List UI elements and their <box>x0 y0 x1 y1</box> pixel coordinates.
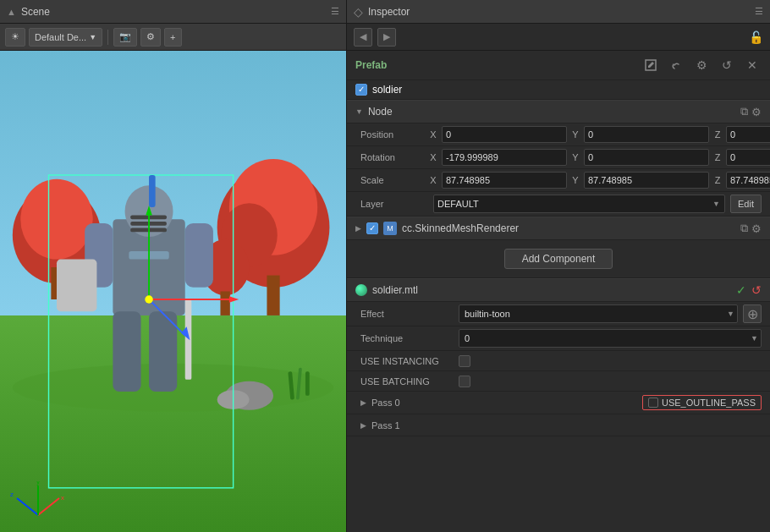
node-name-input[interactable] <box>372 84 762 96</box>
node-gear-icon[interactable]: ⚙ <box>751 106 762 118</box>
skinned-copy-icon[interactable]: ⧉ <box>740 222 748 235</box>
skinned-section-icons: ⧉ ⚙ <box>740 222 762 235</box>
camera-btn[interactable]: 📷 <box>113 28 137 47</box>
effect-select[interactable]: builtin-toon <box>459 304 738 323</box>
main-layout: ▲ Scene ☰ ☀ Default De... ▼ 📷 ⚙ + <box>0 0 770 532</box>
node-triangle-icon: ▼ <box>355 107 363 116</box>
nav-back-btn[interactable]: ◀ <box>354 28 372 47</box>
toolbar-separator <box>107 30 108 45</box>
lock-btn[interactable]: 🔓 <box>749 30 763 44</box>
back-arrow-icon: ◀ <box>360 31 366 42</box>
technique-row: Technique 0 ▼ <box>347 326 770 351</box>
position-fields: X Y Z <box>428 126 770 143</box>
material-refresh-icon[interactable]: ↺ <box>751 283 762 297</box>
skinned-triangle-icon: ▶ <box>355 224 361 233</box>
use-instancing-label: USE INSTANCING <box>360 356 454 366</box>
forward-arrow-icon: ▶ <box>383 31 390 42</box>
scene-trees <box>0 51 346 532</box>
position-y-input[interactable] <box>584 126 709 143</box>
prefab-link-icon[interactable] <box>667 56 685 74</box>
camera-icon: 📷 <box>119 31 131 42</box>
pass0-triangle-icon[interactable]: ▶ <box>360 398 366 407</box>
pass1-label: Pass 1 <box>371 420 762 431</box>
pass0-label: Pass 0 <box>371 398 637 408</box>
inspector-nav: ◀ ▶ 🔓 <box>347 24 770 51</box>
sun-icon: ☀ <box>11 31 19 42</box>
use-batching-label: USE BATCHING <box>360 376 454 387</box>
svg-rect-8 <box>220 292 229 315</box>
lighting-btn[interactable]: ☀ <box>5 28 25 47</box>
dropdown-arrow-icon: ▼ <box>89 33 96 41</box>
use-instancing-row: USE INSTANCING <box>347 351 770 371</box>
gear-icon: ⚙ <box>146 31 155 42</box>
sy-axis-label: Y <box>570 175 580 185</box>
y-axis-label: Y <box>570 129 580 140</box>
svg-text:x: x <box>61 494 64 502</box>
x-axis-label: X <box>428 129 438 140</box>
effect-label: Effect <box>360 309 454 319</box>
scene-toolbar: ☀ Default De... ▼ 📷 ⚙ + <box>0 24 346 51</box>
scale-x-input[interactable] <box>442 172 567 189</box>
svg-rect-23 <box>57 260 96 312</box>
skinned-gear-icon[interactable]: ⚙ <box>751 222 762 235</box>
use-batching-row: USE BATCHING <box>347 371 770 392</box>
add-scene-btn[interactable]: + <box>164 28 181 47</box>
z-axis-label: Z <box>712 129 723 140</box>
svg-line-37 <box>17 498 38 515</box>
svg-marker-32 <box>229 296 239 303</box>
use-outline-label: USE_OUTLINE_PASS <box>662 398 756 408</box>
inspector-header: ◇ Inspector ☰ <box>347 0 770 24</box>
material-check-icon: ✓ <box>736 283 746 297</box>
scene-panel-title: Scene <box>21 6 326 18</box>
layer-field-wrap: DEFAULT ▼ Edit <box>433 195 762 213</box>
node-copy-icon[interactable]: ⧉ <box>740 105 748 118</box>
technique-select[interactable]: 0 <box>459 329 762 348</box>
prefab-refresh-icon[interactable]: ↺ <box>718 56 736 74</box>
layer-edit-btn[interactable]: Edit <box>730 195 762 213</box>
use-batching-checkbox[interactable] <box>459 376 470 387</box>
effect-row: Effect builtin-toon ▼ ⊕ <box>347 302 770 326</box>
skinned-mesh-header[interactable]: ▶ M cc.SkinnedMeshRenderer ⧉ ⚙ <box>347 217 770 240</box>
settings-btn[interactable]: ⚙ <box>140 28 161 47</box>
position-z-input[interactable] <box>726 126 770 143</box>
inspector-diamond-icon: ◇ <box>354 5 363 19</box>
scale-z-input[interactable] <box>726 172 770 189</box>
scale-y-input[interactable] <box>584 172 709 189</box>
pass1-row: ▶ Pass 1 <box>347 414 770 436</box>
prefab-close-icon[interactable]: ✕ <box>743 56 762 74</box>
node-enabled-checkbox[interactable] <box>355 84 367 96</box>
inspector-body: Prefab ⚙ ↺ ✕ <box>347 51 770 532</box>
default-display-btn[interactable]: Default De... ▼ <box>29 28 102 47</box>
position-label: Position <box>360 129 428 140</box>
add-component-btn[interactable]: Add Component <box>504 249 613 269</box>
node-section-header[interactable]: ▼ Node ⧉ ⚙ <box>347 100 770 123</box>
add-component-row: Add Component <box>347 240 770 278</box>
layer-select[interactable]: DEFAULT <box>433 195 725 213</box>
scale-row: Scale X Y Z <box>347 169 770 192</box>
scene-viewport[interactable]: x z y <box>0 51 346 532</box>
inspector-menu-icon[interactable]: ☰ <box>755 6 763 17</box>
scene-panel-header: ▲ Scene ☰ <box>0 0 346 24</box>
scene-menu-icon[interactable]: ☰ <box>331 6 339 17</box>
link-svg-icon <box>669 58 683 72</box>
rotation-z-input[interactable] <box>726 149 770 166</box>
effect-add-btn[interactable]: ⊕ <box>743 304 762 323</box>
skinned-enabled-checkbox[interactable] <box>366 222 378 234</box>
svg-rect-24 <box>185 299 192 380</box>
use-instancing-checkbox[interactable] <box>459 355 470 367</box>
prefab-edit-icon[interactable] <box>641 56 660 74</box>
rotation-y-input[interactable] <box>584 149 709 166</box>
prefab-label: Prefab <box>355 59 635 71</box>
svg-rect-14 <box>305 371 310 395</box>
nav-forward-btn[interactable]: ▶ <box>377 28 396 47</box>
rotation-row: Rotation X Y Z <box>347 146 770 169</box>
prefab-settings-icon[interactable]: ⚙ <box>692 56 711 74</box>
material-icon <box>355 284 367 296</box>
position-x-input[interactable] <box>442 126 567 143</box>
use-outline-pass-box: USE_OUTLINE_PASS <box>642 395 762 410</box>
rotation-x-input[interactable] <box>442 149 567 166</box>
use-outline-checkbox[interactable] <box>648 398 658 408</box>
pass0-right: USE_OUTLINE_PASS <box>642 395 762 410</box>
pass1-triangle-icon[interactable]: ▶ <box>360 421 366 430</box>
inspector-panel: ◇ Inspector ☰ ◀ ▶ 🔓 Prefab <box>347 0 770 532</box>
